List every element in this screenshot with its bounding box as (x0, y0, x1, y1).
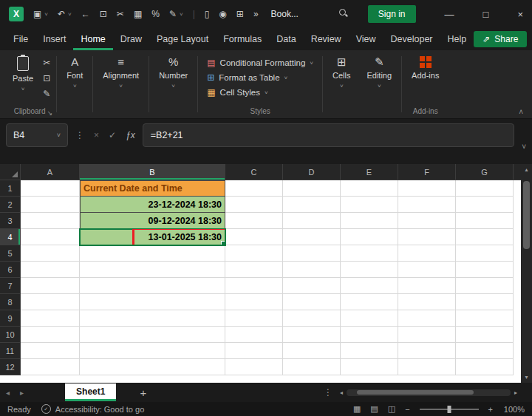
column-header-a[interactable]: A (21, 164, 80, 180)
cell-c10[interactable] (225, 327, 283, 343)
cell-f10[interactable] (398, 327, 456, 343)
cell-g12[interactable] (456, 359, 514, 375)
tab-page-layout[interactable]: Page Layout (149, 28, 216, 50)
editing-button[interactable]: ✎ Editing ˅ (360, 52, 398, 89)
cell-c5[interactable] (225, 245, 283, 262)
cell-f5[interactable] (398, 245, 456, 262)
excel-logo[interactable]: X (9, 7, 24, 21)
add-ins-button[interactable]: Add-ins (405, 52, 446, 80)
save-chevron-down-icon[interactable]: ˅ (44, 11, 48, 18)
cell-b1[interactable]: Current Date and Time (80, 180, 225, 197)
cell-f8[interactable] (398, 294, 456, 310)
formula-input[interactable]: =B2+21 (143, 123, 514, 147)
cell-e3[interactable] (341, 213, 398, 229)
cell-e10[interactable] (341, 327, 398, 343)
cell-d1[interactable] (283, 180, 341, 197)
column-header-e[interactable]: E (341, 164, 398, 180)
horizontal-scroll-track[interactable] (347, 389, 511, 396)
save-icon[interactable]: ▣ (33, 9, 41, 19)
insert-function-icon[interactable]: ƒx (126, 130, 135, 140)
row-header-10[interactable]: 10 (0, 327, 21, 343)
cell-g1[interactable] (456, 180, 514, 197)
cell-e11[interactable] (341, 343, 398, 359)
document-icon[interactable]: ▯ (205, 9, 210, 19)
cell-b2[interactable]: 23-12-2024 18:30 (80, 197, 225, 213)
cell-f6[interactable] (398, 262, 456, 278)
cell-b5[interactable] (80, 245, 225, 262)
cell-c6[interactable] (225, 262, 283, 278)
cell-c9[interactable] (225, 310, 283, 327)
tab-insert[interactable]: Insert (35, 28, 73, 50)
cell-b6[interactable] (80, 262, 225, 278)
cell-b9[interactable] (80, 310, 225, 327)
cell-c2[interactable] (225, 197, 283, 213)
percent-icon[interactable]: % (151, 9, 160, 19)
cell-e12[interactable] (341, 359, 398, 375)
search-icon[interactable] (338, 8, 348, 20)
cell-c11[interactable] (225, 343, 283, 359)
cell-c8[interactable] (225, 294, 283, 310)
cell-f12[interactable] (398, 359, 456, 375)
number-button[interactable]: % Number ˅ (152, 52, 194, 89)
name-box-chevron-down-icon[interactable]: ˅ (57, 132, 61, 139)
cell-d11[interactable] (283, 343, 341, 359)
cell-d10[interactable] (283, 327, 341, 343)
paste-button[interactable]: Paste ˅ (6, 52, 40, 92)
vertical-scroll-track[interactable] (521, 175, 532, 372)
cell-f11[interactable] (398, 343, 456, 359)
cell-e9[interactable] (341, 310, 398, 327)
column-header-g[interactable]: G (456, 164, 514, 180)
minimize-button[interactable]: — (445, 9, 454, 20)
row-header-8[interactable]: 8 (0, 294, 21, 310)
cell-a10[interactable] (21, 327, 80, 343)
cells-button[interactable]: ⊞ Cells ˅ (326, 52, 357, 89)
collapse-ribbon-icon[interactable]: ˄ (519, 108, 523, 116)
chart-icon[interactable]: ▦ (134, 9, 142, 19)
cell-e6[interactable] (341, 262, 398, 278)
cell-a7[interactable] (21, 278, 80, 294)
cell-a9[interactable] (21, 310, 80, 327)
cell-g4[interactable] (456, 229, 514, 245)
cell-e8[interactable] (341, 294, 398, 310)
zoom-in-icon[interactable]: + (488, 405, 493, 414)
expand-formula-bar-icon[interactable]: ˅ (522, 143, 526, 151)
copy-button[interactable]: ⊡ (43, 73, 50, 83)
cell-a2[interactable] (21, 197, 80, 213)
zoom-level[interactable]: 100% (502, 405, 525, 414)
row-header-4[interactable]: 4 (0, 229, 21, 245)
column-header-b[interactable]: B (80, 164, 225, 180)
cell-g9[interactable] (456, 310, 514, 327)
vertical-scroll-thumb[interactable] (523, 181, 530, 249)
cut-button[interactable]: ✂ (43, 58, 50, 68)
tab-draw[interactable]: Draw (113, 28, 149, 50)
sheet-nav-left-icon[interactable]: ◂ (6, 389, 10, 397)
cell-g10[interactable] (456, 327, 514, 343)
cell-b12[interactable] (80, 359, 225, 375)
scroll-right-icon[interactable]: ▸ (514, 389, 517, 396)
cell-b4[interactable]: 13-01-2025 18:30 (80, 229, 225, 245)
alignment-button[interactable]: ≡ Alignment ˅ (96, 52, 146, 89)
share-button[interactable]: ⇗ Share (474, 31, 527, 47)
cell-a3[interactable] (21, 213, 80, 229)
cell-f3[interactable] (398, 213, 456, 229)
cell-b11[interactable] (80, 343, 225, 359)
close-button[interactable]: × (517, 9, 523, 20)
view-normal-icon[interactable]: ▦ (353, 404, 361, 414)
zoom-slider[interactable] (420, 409, 479, 410)
cell-e5[interactable] (341, 245, 398, 262)
tab-help[interactable]: Help (440, 28, 474, 50)
back-icon[interactable]: ← (81, 9, 90, 19)
cell-a8[interactable] (21, 294, 80, 310)
cell-d8[interactable] (283, 294, 341, 310)
column-header-f[interactable]: F (398, 164, 456, 180)
view-page-layout-icon[interactable]: ▤ (370, 404, 378, 414)
cell-d7[interactable] (283, 278, 341, 294)
accessibility-status[interactable]: ✓ Accessibility: Good to go (41, 404, 144, 414)
sheet-nav-right-icon[interactable]: ▸ (20, 389, 24, 397)
cell-g8[interactable] (456, 294, 514, 310)
more-commands-icon[interactable]: » (253, 9, 259, 19)
cell-a4[interactable] (21, 229, 80, 245)
cell-c3[interactable] (225, 213, 283, 229)
cell-f2[interactable] (398, 197, 456, 213)
row-header-1[interactable]: 1 (0, 180, 21, 197)
